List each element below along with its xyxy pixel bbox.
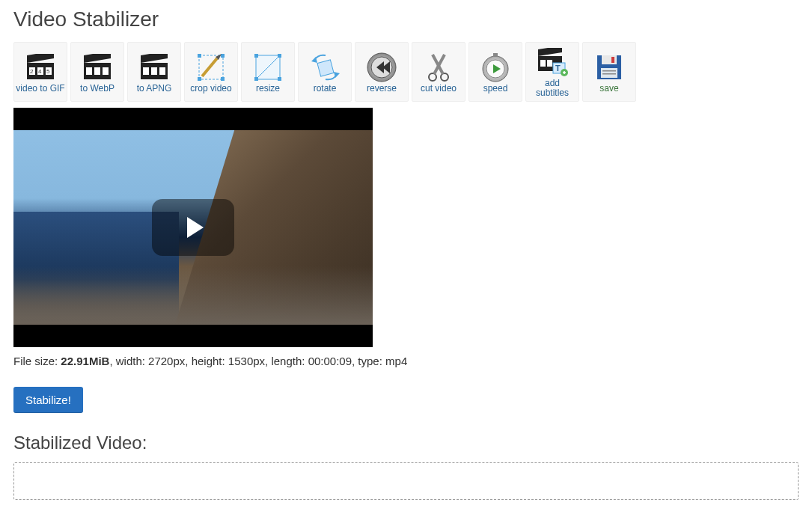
tool-label: reverse bbox=[367, 84, 397, 94]
save-button[interactable]: save bbox=[582, 42, 636, 102]
length-value: 00:00:09 bbox=[308, 355, 352, 367]
svg-rect-28 bbox=[278, 77, 281, 81]
tool-label: crop video bbox=[190, 84, 231, 94]
svg-rect-45 bbox=[547, 60, 552, 67]
scissors-icon bbox=[424, 51, 454, 84]
save-icon bbox=[595, 51, 623, 84]
svg-rect-29 bbox=[317, 59, 334, 76]
svg-text:2: 2 bbox=[30, 68, 34, 75]
svg-rect-19 bbox=[198, 54, 201, 58]
crop-video-button[interactable]: crop video bbox=[184, 42, 238, 102]
svg-rect-17 bbox=[159, 67, 165, 75]
reverse-icon bbox=[366, 51, 397, 84]
rotate-button[interactable]: rotate bbox=[298, 42, 352, 102]
svg-marker-0 bbox=[27, 54, 54, 63]
stopwatch-icon bbox=[480, 51, 511, 84]
play-button[interactable] bbox=[152, 199, 234, 256]
tool-label: to WebP bbox=[80, 84, 115, 94]
svg-rect-44 bbox=[540, 60, 546, 67]
file-info: File size: 22.91MiB, width: 2720px, heig… bbox=[13, 355, 799, 367]
svg-rect-16 bbox=[151, 67, 157, 75]
tool-label: add subtitles bbox=[528, 79, 577, 98]
video-preview bbox=[13, 108, 373, 347]
cut-video-button[interactable]: cut video bbox=[412, 42, 465, 102]
height-value: 1530px bbox=[228, 355, 265, 367]
svg-text:T: T bbox=[555, 64, 561, 73]
play-icon bbox=[187, 217, 204, 238]
tool-label: to APNG bbox=[137, 84, 172, 94]
svg-rect-15 bbox=[143, 67, 149, 75]
width-value: 2720px bbox=[148, 355, 185, 367]
height-label: , height: bbox=[185, 355, 228, 367]
type-label: , type: bbox=[352, 355, 385, 367]
svg-rect-12 bbox=[103, 67, 109, 75]
svg-rect-39 bbox=[493, 53, 498, 57]
clapper-icon: 2 4 5 bbox=[25, 51, 55, 84]
tool-label: speed bbox=[483, 84, 508, 94]
output-dropzone[interactable] bbox=[13, 462, 799, 500]
subtitles-icon: T bbox=[537, 46, 568, 79]
svg-rect-52 bbox=[601, 68, 617, 78]
width-label: , width: bbox=[109, 355, 148, 367]
svg-rect-22 bbox=[221, 77, 225, 81]
add-subtitles-button[interactable]: T add subtitles bbox=[525, 42, 579, 102]
clapper-icon bbox=[139, 51, 169, 84]
svg-rect-10 bbox=[86, 67, 92, 75]
tool-label: save bbox=[599, 84, 618, 94]
to-apng-button[interactable]: to APNG bbox=[127, 42, 181, 102]
svg-rect-53 bbox=[602, 70, 616, 72]
toolbar: 2 4 5 video to GIF to WebP bbox=[13, 42, 799, 102]
resize-button[interactable]: resize bbox=[241, 42, 295, 102]
svg-marker-42 bbox=[538, 48, 562, 56]
tool-label: resize bbox=[256, 84, 280, 94]
tool-label: rotate bbox=[314, 84, 337, 94]
stabilize-button[interactable]: Stabilize! bbox=[13, 387, 83, 413]
svg-rect-25 bbox=[254, 54, 258, 58]
rotate-icon bbox=[308, 51, 341, 84]
page-title: Video Stabilizer bbox=[13, 7, 799, 31]
svg-text:4: 4 bbox=[38, 68, 42, 75]
clapper-icon bbox=[82, 51, 112, 84]
crop-icon bbox=[196, 51, 226, 84]
length-label: , length: bbox=[265, 355, 308, 367]
resize-icon bbox=[253, 51, 283, 84]
speed-button[interactable]: speed bbox=[468, 42, 522, 102]
file-size-value: 22.91MiB bbox=[61, 355, 109, 367]
svg-rect-20 bbox=[221, 54, 225, 58]
svg-marker-13 bbox=[141, 54, 168, 63]
output-title: Stabilized Video: bbox=[13, 432, 799, 453]
file-size-label: File size: bbox=[13, 355, 61, 367]
svg-marker-8 bbox=[84, 54, 111, 63]
svg-rect-21 bbox=[198, 77, 201, 81]
tool-label: cut video bbox=[421, 84, 457, 94]
tool-label: video to GIF bbox=[16, 84, 64, 94]
svg-text:5: 5 bbox=[46, 68, 50, 75]
svg-rect-51 bbox=[611, 57, 614, 63]
video-to-gif-button[interactable]: 2 4 5 video to GIF bbox=[13, 42, 67, 102]
type-value: mp4 bbox=[385, 355, 407, 367]
svg-rect-54 bbox=[602, 73, 616, 75]
reverse-button[interactable]: reverse bbox=[355, 42, 409, 102]
to-webp-button[interactable]: to WebP bbox=[70, 42, 124, 102]
svg-rect-11 bbox=[94, 67, 100, 75]
